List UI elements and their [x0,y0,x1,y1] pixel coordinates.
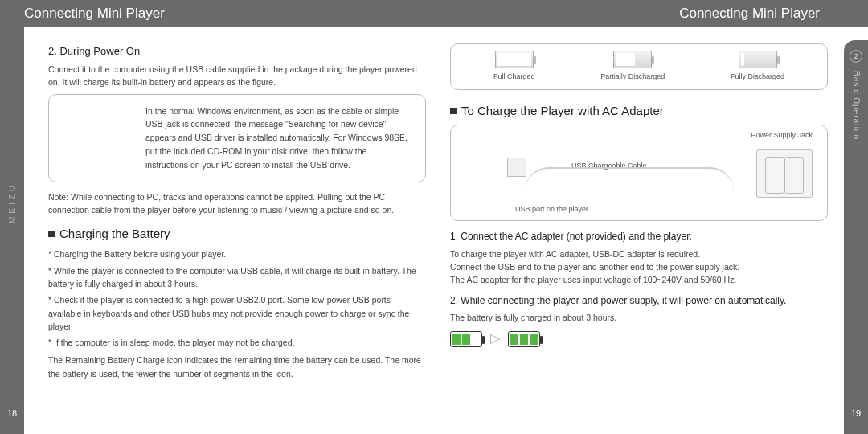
remaining-note: The Remaining Battery Charge icon indica… [48,354,426,380]
battery-icon [495,51,534,68]
step1-line: The AC adapter for the player uses input… [450,273,828,286]
bullet: * While the player is connected to the c… [48,264,426,291]
brand-logo: MEIZU [8,182,17,223]
label-power-supply-jack: Power Supply Jack [751,130,813,141]
step2-line: The battery is fully charged in about 3 … [450,311,828,324]
cable-icon [525,167,734,191]
status-label: Full Charged [493,72,535,80]
charging-bullets: * Charging the Battery before using your… [48,248,426,349]
sidebar-right: 2 Basic Operation 19 [844,40,868,434]
label-usb-port: USB port on the player [515,204,588,215]
status-label: Partially Discharged [600,72,665,80]
header-title-left: Connecting Mini Player [0,6,422,22]
status-label: Fully Discharged [731,72,784,80]
arrow-icon: ▷ [490,329,500,349]
charge-sequence: ▷ [450,329,828,349]
column-right: Full Charged Partially Discharged Fully … [450,43,828,426]
pc-note: Note: While connecting to PC, tracks and… [48,190,426,217]
charging-heading: Charging the Battery [48,224,426,243]
status-partial: Partially Discharged [600,51,665,83]
step1-line: Connect the USB end to the player and an… [450,260,828,273]
page-number-right: 19 [851,408,861,418]
step1-line: To charge the player with AC adapter, US… [450,248,828,260]
step1-title: 1. Connect the AC adapter (not provided)… [450,229,828,244]
battery-icon [450,331,482,347]
battery-icon [508,331,540,347]
poweron-heading: 2. During Power On [48,43,426,59]
ac-diagram: Power Supply Jack USB Chargeable Cable U… [450,125,828,221]
bullet: * If the computer is in sleep mode, the … [48,336,426,349]
topbar: Connecting Mini Player Connecting Mini P… [0,0,868,27]
content: 2. During Power On Connect it to the com… [24,27,844,434]
header-title-right: Connecting Mini Player [422,6,868,22]
ac-heading: To Charge the Player with AC Adapter [450,101,828,120]
step2-title: 2. While connecting the player and power… [450,293,828,309]
battery-icon [613,51,652,68]
windows-note-box: In the normal Windows environment, as so… [48,94,426,182]
page-number-left: 18 [7,408,17,418]
plug-icon [507,158,526,177]
battery-status-box: Full Charged Partially Discharged Fully … [450,43,828,90]
status-empty: Fully Discharged [731,51,784,83]
column-left: 2. During Power On Connect it to the com… [48,43,426,426]
bullet: * Charging the Battery before using your… [48,248,426,260]
chapter-label: Basic Operation [852,71,861,140]
battery-icon [739,51,777,68]
bullet: * Check if the player is connected to a … [48,293,426,333]
outlet-icon [756,149,813,198]
chapter-number: 2 [850,50,862,63]
status-full: Full Charged [493,51,535,83]
sidebar-left: MEIZU 18 [0,27,24,434]
poweron-desc: Connect it to the computer using the USB… [48,63,426,89]
